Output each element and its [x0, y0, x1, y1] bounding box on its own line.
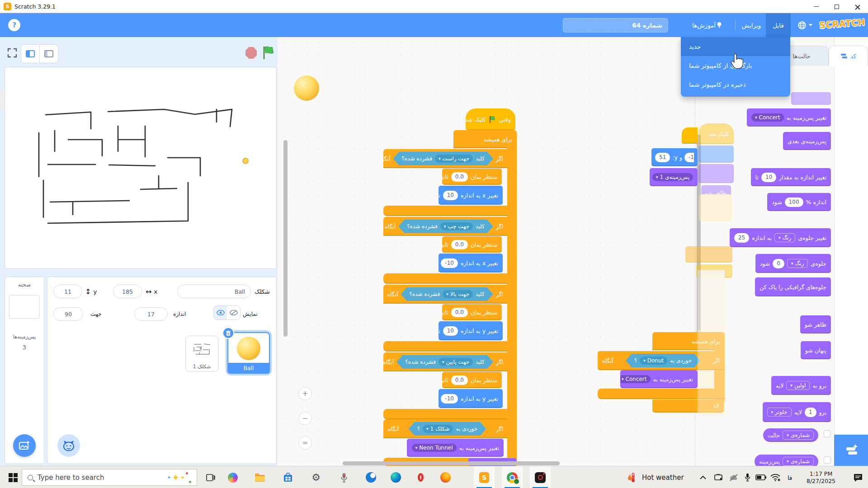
x-value-partial[interactable]: -1 [684, 153, 694, 162]
palette-costume-number-reporter[interactable]: شماره‌ی حالت [763, 428, 818, 442]
key-pressed-condition[interactable]: کلیدجهت پایینفشرده شده؟ [396, 355, 493, 369]
fullscreen-button[interactable] [6, 47, 18, 59]
delete-sprite-button[interactable] [222, 327, 234, 339]
when-flag-clicked-hat[interactable]: وقتی کلیک شد [466, 108, 515, 130]
value-input[interactable]: -10 [441, 394, 458, 404]
start-button[interactable] [3, 466, 24, 488]
direction-dropdown[interactable]: جلوتر [767, 408, 792, 417]
palette-set-size[interactable]: اندازه % 100 شود [767, 193, 831, 211]
if-key-up-group[interactable]: اگر کلیدجهت بالافشرده شده؟ آنگاه منتظر ب… [383, 285, 508, 352]
key-dropdown[interactable]: جهت چپ [440, 222, 473, 230]
large-stage-toggle[interactable] [39, 44, 58, 63]
reporter-dropdown[interactable]: شماره‌ی [783, 431, 814, 440]
backdrop-number-checkbox[interactable] [824, 456, 831, 464]
screen-recorder-button[interactable] [530, 466, 551, 488]
reporter-dropdown[interactable]: شماره‌ی [783, 457, 814, 466]
add-sprite-button[interactable] [57, 434, 80, 457]
sprite-name-input[interactable]: Ball [177, 285, 251, 298]
palette-next-backdrop[interactable]: پس‌زمینه‌ی بعدی [783, 132, 831, 150]
show-hidden-icons-button[interactable] [695, 466, 711, 488]
backdrop-dropdown[interactable]: Neon Tunnel [412, 444, 457, 452]
palette-change-size[interactable]: تغییر اندازه به مقدار 10 تا [751, 168, 831, 186]
key-dropdown[interactable]: جهت راست [435, 155, 473, 163]
small-stage-toggle[interactable] [21, 44, 40, 63]
forever-block-top[interactable]: برای همیشه [652, 332, 725, 350]
value-input[interactable]: 10 [443, 326, 458, 336]
value-input[interactable]: 0 [773, 259, 784, 268]
language-selector[interactable] [792, 13, 817, 37]
key-pressed-condition[interactable]: کلیدجهت راستفشرده شده؟ [393, 152, 493, 165]
change-y-block[interactable]: تغییر y به اندازه-10تا [439, 389, 503, 408]
task-view-button[interactable] [200, 466, 221, 488]
zoom-reset-button[interactable]: = [298, 436, 312, 450]
wait-block[interactable]: منتظر بمان0.0ثانیه [442, 169, 502, 185]
target-dropdown[interactable]: Donut [640, 357, 667, 365]
palette-hide[interactable]: پنهان شو [801, 341, 831, 359]
palette-clear-effects[interactable]: جلوه‌های گرافیکی را پاک کن [755, 277, 831, 296]
wifi-tray-icon[interactable] [768, 466, 783, 488]
weather-button[interactable] [623, 466, 639, 488]
add-backdrop-button[interactable] [13, 434, 36, 457]
x-position-input[interactable]: 185 [113, 285, 142, 298]
copilot-button[interactable] [222, 466, 243, 488]
key-dropdown[interactable]: جهت پایین [439, 358, 473, 366]
touching-condition[interactable]: خوردی بهشکلک 1؟ [409, 422, 486, 436]
goto-xy-block[interactable]: 51 و y: -1 [651, 148, 698, 166]
backdrop-dropdown[interactable]: پس‌زمینه‌ی 1 [652, 173, 693, 181]
value-input[interactable]: 10 [761, 173, 776, 182]
zoom-out-button[interactable]: − [298, 412, 312, 425]
change-x-block[interactable]: تغییر x به اندازه-10تا [439, 253, 503, 272]
firefox-button[interactable] [435, 466, 456, 488]
vertical-scrollbar[interactable] [283, 140, 288, 337]
sprite-item-shekalak1[interactable]: شکلک 1 [185, 336, 218, 372]
wait-block[interactable]: منتظر بمان0.0ثانیه [442, 236, 502, 253]
backdrop-dropdown[interactable]: Concert [620, 375, 651, 383]
blue-chat-app-button[interactable] [360, 466, 381, 488]
value-input[interactable]: 0.0 [451, 375, 468, 385]
taskbar-search[interactable]: Type here to search ✦✦✦ [22, 469, 197, 486]
microsoft-store-button[interactable] [278, 466, 298, 488]
target-dropdown[interactable]: شکلک 1 [423, 425, 453, 433]
tab-code[interactable]: کد [829, 46, 868, 66]
onedrive-tray-icon[interactable] [726, 466, 741, 488]
value-input[interactable]: 10 [443, 191, 458, 200]
voice-recorder-button[interactable] [334, 466, 354, 488]
file-explorer-button[interactable] [250, 466, 270, 488]
notification-center-button[interactable] [849, 466, 867, 488]
switch-backdrop-block[interactable]: تغییر پس‌زمینه به Neon Tunnel [407, 439, 504, 457]
show-sprite-button[interactable] [214, 306, 227, 319]
if-key-down-group[interactable]: اگر کلیدجهت پایینفشرده شده؟ آنگاه منتظر … [383, 352, 508, 420]
menu-item-save[interactable]: ذخیره در کامپیوتر شما [681, 75, 790, 94]
weather-text[interactable]: Hot weather [642, 466, 684, 488]
value-input[interactable]: 1 [805, 408, 816, 417]
wait-block[interactable]: منتظر بمان0.0ثانیه [442, 304, 502, 320]
backdrop-thumbnail[interactable] [9, 295, 40, 319]
effect-dropdown[interactable]: رنگ [787, 259, 808, 268]
change-x-block[interactable]: تغییر x به اندازه10تا [439, 186, 503, 205]
menu-tutorials[interactable]: آموزش‌ها [683, 13, 732, 37]
palette-change-effect[interactable]: تغییر جلوه‌ی رنگ به اندازه 25 [730, 228, 831, 247]
switch-backdrop-block[interactable]: تغییر پس‌زمینه به Concert [620, 370, 698, 388]
project-name-input[interactable]: شماره 64 [563, 18, 668, 33]
minimize-button[interactable] [806, 0, 826, 13]
forever-block-top[interactable]: برای همیشه [453, 130, 517, 148]
size-input[interactable]: 17 [134, 307, 168, 321]
key-pressed-condition[interactable]: کلیدجهت چپفشرده شده؟ [398, 220, 493, 233]
layer-dropdown[interactable]: اولین [786, 381, 810, 390]
stop-sign-button[interactable] [245, 47, 257, 59]
add-extension-button[interactable] [834, 435, 868, 466]
menu-edit[interactable]: ویرایش [737, 13, 766, 37]
value-input[interactable]: 0.0 [451, 308, 468, 317]
zoom-in-button[interactable]: + [298, 387, 312, 400]
edge-button[interactable] [385, 466, 406, 488]
if-key-right-group[interactable]: اگر کلیدجهت راستفشرده شده؟ آنگاه منتظر ب… [383, 149, 508, 217]
stage[interactable] [5, 67, 277, 269]
key-pressed-condition[interactable]: کلیدجهت بالافشرده شده؟ [401, 287, 493, 301]
partial-hat-block[interactable] [682, 127, 698, 144]
cast-tray-icon[interactable] [711, 466, 726, 488]
value-input[interactable]: -10 [441, 258, 458, 268]
y-value-input[interactable]: 51 [655, 153, 670, 162]
palette-go-front-layer[interactable]: برو به اولین لایه [771, 376, 831, 395]
help-button[interactable]: ? [8, 19, 20, 31]
value-input[interactable]: 25 [734, 233, 749, 243]
